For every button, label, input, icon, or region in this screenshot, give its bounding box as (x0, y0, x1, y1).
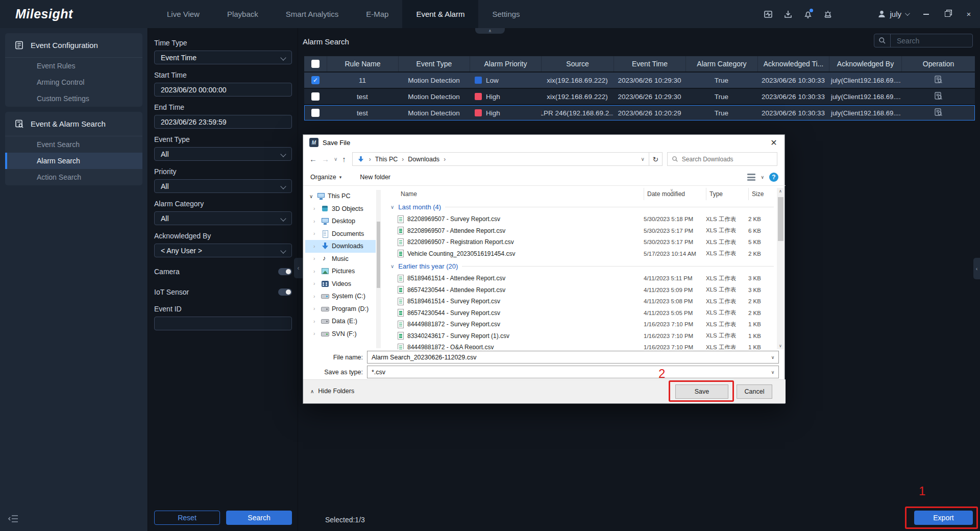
tree-expand-chevron-icon[interactable]: › (313, 219, 318, 224)
download-manager-icon[interactable] (782, 9, 794, 20)
file-row[interactable]: 85189461514 - Survey Report.csv 4/11/202… (388, 296, 777, 307)
file-row[interactable]: 82208969507 - Survey Report.csv 5/30/202… (388, 213, 777, 225)
tree-item[interactable]: › 3D Objects (305, 203, 376, 215)
forward-icon[interactable]: → (322, 155, 329, 163)
iot-sensor-toggle[interactable] (278, 288, 292, 296)
close-button[interactable]: × (965, 10, 973, 18)
system-health-icon[interactable] (763, 9, 774, 20)
file-group-header[interactable]: ∨ Last month (4) (388, 200, 777, 213)
tree-item[interactable]: › Desktop (305, 215, 376, 228)
view-chevron-icon[interactable]: ∨ (761, 175, 764, 180)
filter-field-value[interactable]: < Any User > (154, 244, 292, 257)
save-type-dropdown-chevron-icon[interactable]: ∨ (767, 366, 778, 378)
tree-item[interactable]: › Music (305, 253, 376, 266)
top-nav-item[interactable]: Playback (213, 0, 272, 28)
cancel-button[interactable]: Cancel (737, 384, 772, 399)
column-header[interactable]: Event Type (398, 56, 470, 71)
tree-expand-chevron-icon[interactable]: ∨ (309, 194, 314, 199)
column-type[interactable]: Type (706, 188, 748, 200)
up-icon[interactable]: ↑ (342, 155, 346, 163)
table-row[interactable]: test Motion Detection High xix(192.168.6… (304, 89, 975, 104)
tree-expand-chevron-icon[interactable]: › (313, 306, 318, 311)
scroll-down-icon[interactable]: ∨ (779, 344, 782, 348)
alarm-siren-icon[interactable] (822, 9, 834, 20)
tree-expand-chevron-icon[interactable]: › (313, 206, 318, 211)
top-nav-item[interactable]: E-Map (352, 0, 402, 28)
file-row[interactable]: 84449881872 - Q&A Report.csv 1/16/2023 7… (388, 342, 777, 349)
save-as-type-select[interactable]: *.csv ∨ (367, 366, 779, 378)
column-header[interactable]: Source (541, 56, 614, 71)
row-checkbox[interactable] (311, 76, 320, 84)
file-name-dropdown-chevron-icon[interactable]: ∨ (767, 351, 778, 363)
sidebar-item[interactable]: Alarm Search (5, 153, 142, 169)
tree-scrollbar[interactable] (376, 190, 381, 348)
file-row[interactable]: 83340243617 - Survey Report (1).csv 1/16… (388, 330, 777, 342)
breadcrumb-downloads[interactable]: Downloads (408, 156, 439, 163)
right-edge-handle[interactable]: ‹ (973, 258, 980, 279)
tree-expand-chevron-icon[interactable]: › (313, 281, 318, 286)
view-detail-icon[interactable] (934, 91, 943, 102)
sidebar-item[interactable]: Arming Control (5, 74, 142, 90)
camera-toggle[interactable] (278, 268, 292, 275)
scroll-up-icon[interactable]: ∧ (779, 189, 782, 194)
tree-item[interactable]: › Downloads (305, 240, 376, 253)
search-button[interactable]: Search (226, 511, 292, 525)
breadcrumb-this-pc[interactable]: This PC (375, 156, 398, 163)
help-icon[interactable]: ? (769, 173, 778, 182)
tree-expand-chevron-icon[interactable]: › (313, 319, 318, 324)
table-row[interactable]: 11 Motion Detection Low xix(192.168.69.2… (304, 73, 975, 88)
filter-field-value[interactable]: All (154, 147, 292, 161)
file-row[interactable]: 86574230544 - Attendee Report.csv 4/11/2… (388, 284, 777, 296)
column-header[interactable]: Acknowledged By (829, 56, 901, 71)
file-row[interactable]: 84449881872 - Survey Report.csv 1/16/202… (388, 319, 777, 330)
column-date-modified[interactable]: Date modified (644, 188, 706, 200)
tree-expand-chevron-icon[interactable]: › (313, 269, 318, 274)
column-header[interactable]: Alarm Priority (470, 56, 541, 71)
reset-button[interactable]: Reset (154, 511, 220, 525)
tree-item[interactable]: ∨ This PC (305, 190, 376, 203)
filter-field-value[interactable]: Event Time (154, 51, 292, 64)
file-row[interactable]: 82208969507 - Registration Report.csv 5/… (388, 236, 777, 248)
tree-item[interactable]: › Documents (305, 228, 376, 240)
collapse-search-panel-handle[interactable]: ∧ (475, 28, 505, 34)
filter-field-value[interactable]: All (154, 211, 292, 225)
restore-button[interactable] (943, 10, 951, 18)
tree-expand-chevron-icon[interactable]: › (313, 294, 318, 299)
sidebar-item[interactable]: Action Search (5, 169, 142, 185)
file-row[interactable]: 86574230544 - Survey Report.csv 4/11/202… (388, 307, 777, 319)
refresh-icon[interactable]: ↻ (649, 152, 663, 166)
event-id-input[interactable] (154, 317, 292, 330)
column-header[interactable]: Rule Name (327, 56, 398, 71)
row-checkbox[interactable] (311, 109, 320, 117)
column-header[interactable]: Alarm Category (685, 56, 757, 71)
top-nav-item[interactable]: Smart Analytics (272, 0, 352, 28)
file-group-header[interactable]: ∨ Earlier this year (20) (388, 259, 777, 273)
table-row[interactable]: test Motion Detection High LPR 246(192.1… (304, 105, 975, 120)
scroll-thumb[interactable] (778, 197, 783, 241)
column-header[interactable]: Operation (901, 56, 975, 71)
tree-item[interactable]: › Program (D:) (305, 303, 376, 316)
hide-folders-button[interactable]: ∧ Hide Folders (310, 388, 354, 395)
collapse-filter-panel-handle[interactable]: ‹ (294, 258, 303, 278)
breadcrumb[interactable]: › This PC › Downloads › ∨ (352, 152, 649, 166)
change-view-icon[interactable] (747, 174, 755, 181)
tree-expand-chevron-icon[interactable]: › (313, 244, 318, 249)
table-search-box[interactable]: Search (874, 34, 973, 47)
dialog-close-icon[interactable]: ✕ (763, 135, 785, 150)
address-dropdown-chevron-icon[interactable]: ∨ (641, 156, 645, 162)
export-button[interactable]: Export (914, 511, 973, 525)
row-checkbox[interactable] (311, 92, 320, 101)
minimize-button[interactable] (922, 10, 930, 18)
sidebar-section-header[interactable]: Event Configuration (5, 33, 142, 58)
view-detail-icon[interactable] (934, 75, 943, 85)
back-icon[interactable]: ← (309, 155, 317, 163)
filter-field-value[interactable]: 2023/06/26 23:59:59 (154, 115, 292, 129)
tree-expand-chevron-icon[interactable]: › (313, 331, 318, 336)
top-nav-item[interactable]: Live View (153, 0, 213, 28)
sidebar-item[interactable]: Event Rules (5, 58, 142, 74)
column-header[interactable]: Acknowledged Ti... (757, 56, 829, 71)
notification-bell-icon[interactable] (802, 9, 814, 20)
search-input[interactable]: Search (891, 37, 972, 45)
sidebar-item[interactable]: Event Search (5, 136, 142, 153)
file-row[interactable]: 85189461514 - Attendee Report.csv 4/11/2… (388, 273, 777, 284)
